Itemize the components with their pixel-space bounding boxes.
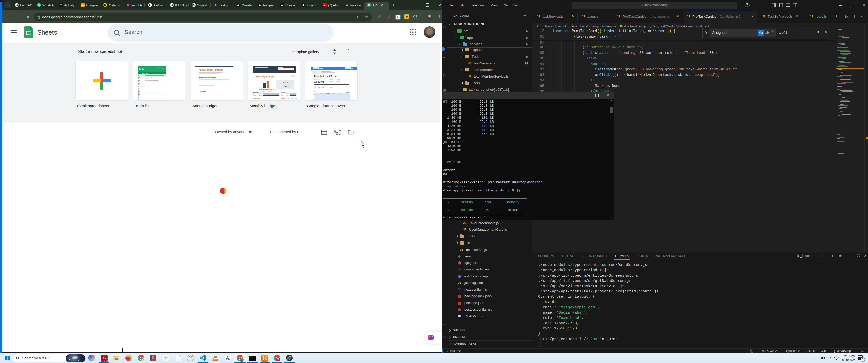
svg-text:2,000: 2,000 [313, 91, 316, 92]
svg-text:200: 200 [313, 99, 315, 100]
svg-text:1,400: 1,400 [313, 94, 316, 95]
svg-text:800: 800 [313, 97, 315, 98]
